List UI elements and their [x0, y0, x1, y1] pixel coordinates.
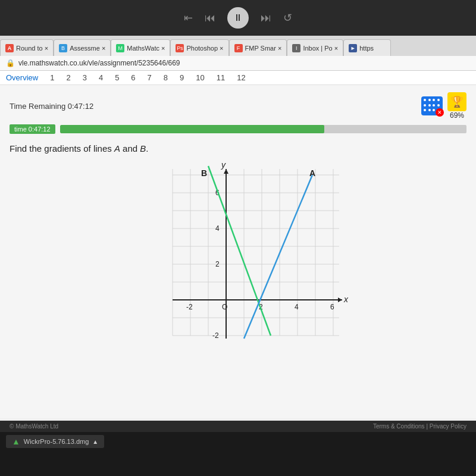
address-text: vle.mathswatch.co.uk/vle/assignment/5235…	[18, 59, 180, 67]
tab-mathswatch[interactable]: M MathsWatc ×	[111, 39, 170, 56]
progress-bar-container: time 0:47:12	[10, 124, 466, 134]
score-percent: 69%	[447, 111, 466, 120]
play-pause-btn[interactable]: ⏸	[227, 7, 249, 29]
content-area: Time Remaining 0:47:12 ✕ 🏆 69% time	[0, 85, 476, 418]
x-axis-label: x	[343, 295, 349, 304]
calculator-widget[interactable]: ✕	[421, 96, 443, 115]
download-arrow-icon: ▲	[12, 437, 20, 446]
calculator-x-badge: ✕	[436, 108, 444, 117]
x-tick-0: O	[222, 303, 227, 311]
prev-btn[interactable]: ⏮	[205, 12, 215, 24]
tab-assessment[interactable]: B Assessme ×	[54, 39, 111, 56]
timer-section: Time Remaining 0:47:12 ✕ 🏆 69%	[10, 92, 466, 120]
svg-marker-21	[338, 298, 342, 302]
line-a	[244, 175, 312, 339]
label-b: B	[201, 168, 207, 178]
y-tick--2: -2	[212, 331, 219, 340]
tab-round-to[interactable]: A Round to ×	[0, 39, 54, 56]
y-tick-2: 2	[215, 260, 220, 268]
progress-bar-outer	[60, 125, 466, 133]
tab-bar: A Round to × B Assessme × M MathsWatc × …	[0, 36, 476, 56]
bottom-bar: ▲ WickrPro-5.76.13.dmg ▲	[0, 432, 476, 451]
nav-12[interactable]: 12	[237, 73, 245, 82]
y-axis-label: y	[221, 163, 226, 170]
nav-10[interactable]: 10	[196, 73, 204, 82]
refresh-btn[interactable]: ↺	[283, 11, 292, 24]
progress-bar-inner	[60, 125, 324, 133]
tab-photoshop[interactable]: Ps Photoshop ×	[170, 39, 228, 56]
y-tick-4: 4	[215, 224, 220, 233]
timer-icons: ✕ 🏆 69%	[421, 92, 466, 120]
nav-9[interactable]: 9	[180, 73, 184, 82]
tab-https[interactable]: ► https	[343, 39, 391, 56]
skip-back-btn[interactable]: ⇤	[184, 11, 193, 24]
trophy-widget: 🏆 69%	[447, 92, 466, 120]
nav-bar: Overview 1 2 3 4 5 6 7 8 9 10 11 12	[0, 71, 476, 85]
coordinate-graph: x y -2 O 2 4 6 6 4 2	[125, 163, 351, 365]
nav-2[interactable]: 2	[66, 73, 70, 82]
nav-overview[interactable]: Overview	[6, 73, 38, 82]
svg-marker-23	[224, 169, 228, 174]
nav-4[interactable]: 4	[99, 73, 103, 82]
x-tick-6: 6	[330, 303, 334, 311]
lock-icon: 🔒	[6, 59, 15, 67]
nav-1[interactable]: 1	[50, 73, 54, 82]
tab-inbox[interactable]: I Inbox | Po ×	[287, 39, 343, 56]
line-b	[208, 166, 271, 336]
timer-text: Time Remaining 0:47:12	[10, 102, 93, 111]
footer-right: Terms & Conditions | Privacy Policy	[373, 423, 466, 430]
x-tick-4: 4	[295, 303, 299, 311]
next-btn[interactable]: ⏭	[261, 12, 271, 24]
download-filename: WickrPro-5.76.13.dmg	[24, 438, 89, 445]
footer: © MathsWatch Ltd Terms & Conditions | Pr…	[0, 421, 476, 432]
nav-3[interactable]: 3	[83, 73, 87, 82]
download-chevron-icon: ▲	[92, 439, 98, 445]
nav-8[interactable]: 8	[164, 73, 168, 82]
nav-7[interactable]: 7	[148, 73, 152, 82]
address-bar[interactable]: 🔒 vle.mathswatch.co.uk/vle/assignment/52…	[0, 56, 476, 71]
trophy-icon: 🏆	[447, 92, 466, 111]
footer-left: © MathsWatch Ltd	[10, 423, 58, 430]
progress-label: time 0:47:12	[10, 124, 55, 134]
graph-wrapper: x y -2 O 2 4 6 6 4 2	[10, 163, 466, 365]
question-text: Find the gradients of lines A and B.	[10, 143, 466, 154]
label-a: A	[309, 168, 315, 178]
browser-window: A Round to × B Assessme × M MathsWatc × …	[0, 36, 476, 432]
download-item[interactable]: ▲ WickrPro-5.76.13.dmg ▲	[6, 435, 104, 448]
nav-5[interactable]: 5	[115, 73, 119, 82]
tab-fmp[interactable]: F FMP Smar ×	[229, 39, 287, 56]
x-tick--2: -2	[186, 303, 193, 311]
device-top: ⇤ ⏮ ⏸ ⏭ ↺	[0, 0, 476, 36]
nav-6[interactable]: 6	[131, 73, 135, 82]
nav-11[interactable]: 11	[217, 73, 225, 82]
